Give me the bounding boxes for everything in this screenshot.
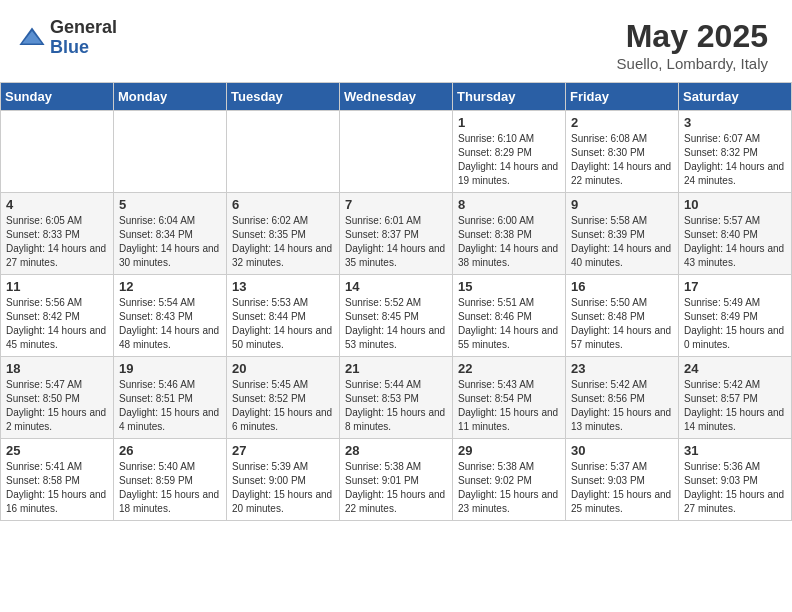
calendar-cell bbox=[340, 111, 453, 193]
day-number: 3 bbox=[684, 115, 786, 130]
calendar-cell: 19Sunrise: 5:46 AMSunset: 8:51 PMDayligh… bbox=[114, 357, 227, 439]
day-info: Sunrise: 5:42 AMSunset: 8:56 PMDaylight:… bbox=[571, 378, 673, 434]
calendar-cell bbox=[1, 111, 114, 193]
day-number: 14 bbox=[345, 279, 447, 294]
day-info: Sunrise: 5:50 AMSunset: 8:48 PMDaylight:… bbox=[571, 296, 673, 352]
day-number: 2 bbox=[571, 115, 673, 130]
calendar-cell: 2Sunrise: 6:08 AMSunset: 8:30 PMDaylight… bbox=[566, 111, 679, 193]
day-info: Sunrise: 6:10 AMSunset: 8:29 PMDaylight:… bbox=[458, 132, 560, 188]
day-number: 19 bbox=[119, 361, 221, 376]
day-info: Sunrise: 5:42 AMSunset: 8:57 PMDaylight:… bbox=[684, 378, 786, 434]
calendar-cell: 13Sunrise: 5:53 AMSunset: 8:44 PMDayligh… bbox=[227, 275, 340, 357]
day-number: 23 bbox=[571, 361, 673, 376]
day-number: 12 bbox=[119, 279, 221, 294]
day-info: Sunrise: 5:38 AMSunset: 9:02 PMDaylight:… bbox=[458, 460, 560, 516]
calendar-week-row: 4Sunrise: 6:05 AMSunset: 8:33 PMDaylight… bbox=[1, 193, 792, 275]
day-info: Sunrise: 5:37 AMSunset: 9:03 PMDaylight:… bbox=[571, 460, 673, 516]
calendar-cell: 12Sunrise: 5:54 AMSunset: 8:43 PMDayligh… bbox=[114, 275, 227, 357]
day-number: 15 bbox=[458, 279, 560, 294]
calendar-cell: 10Sunrise: 5:57 AMSunset: 8:40 PMDayligh… bbox=[679, 193, 792, 275]
calendar-cell: 26Sunrise: 5:40 AMSunset: 8:59 PMDayligh… bbox=[114, 439, 227, 521]
calendar-week-row: 25Sunrise: 5:41 AMSunset: 8:58 PMDayligh… bbox=[1, 439, 792, 521]
day-number: 5 bbox=[119, 197, 221, 212]
day-info: Sunrise: 5:52 AMSunset: 8:45 PMDaylight:… bbox=[345, 296, 447, 352]
calendar-cell: 14Sunrise: 5:52 AMSunset: 8:45 PMDayligh… bbox=[340, 275, 453, 357]
location-title: Suello, Lombardy, Italy bbox=[617, 55, 768, 72]
logo-blue-text: Blue bbox=[50, 38, 117, 58]
weekday-header: Sunday bbox=[1, 83, 114, 111]
calendar-cell: 28Sunrise: 5:38 AMSunset: 9:01 PMDayligh… bbox=[340, 439, 453, 521]
day-info: Sunrise: 6:04 AMSunset: 8:34 PMDaylight:… bbox=[119, 214, 221, 270]
calendar-cell bbox=[114, 111, 227, 193]
day-number: 17 bbox=[684, 279, 786, 294]
day-info: Sunrise: 6:05 AMSunset: 8:33 PMDaylight:… bbox=[6, 214, 108, 270]
title-block: May 2025 Suello, Lombardy, Italy bbox=[617, 18, 768, 72]
day-info: Sunrise: 6:01 AMSunset: 8:37 PMDaylight:… bbox=[345, 214, 447, 270]
day-info: Sunrise: 5:47 AMSunset: 8:50 PMDaylight:… bbox=[6, 378, 108, 434]
weekday-header: Tuesday bbox=[227, 83, 340, 111]
calendar-cell: 18Sunrise: 5:47 AMSunset: 8:50 PMDayligh… bbox=[1, 357, 114, 439]
day-info: Sunrise: 6:08 AMSunset: 8:30 PMDaylight:… bbox=[571, 132, 673, 188]
day-info: Sunrise: 5:51 AMSunset: 8:46 PMDaylight:… bbox=[458, 296, 560, 352]
calendar-cell: 17Sunrise: 5:49 AMSunset: 8:49 PMDayligh… bbox=[679, 275, 792, 357]
calendar-cell: 11Sunrise: 5:56 AMSunset: 8:42 PMDayligh… bbox=[1, 275, 114, 357]
calendar-week-row: 1Sunrise: 6:10 AMSunset: 8:29 PMDaylight… bbox=[1, 111, 792, 193]
day-info: Sunrise: 5:56 AMSunset: 8:42 PMDaylight:… bbox=[6, 296, 108, 352]
day-info: Sunrise: 5:53 AMSunset: 8:44 PMDaylight:… bbox=[232, 296, 334, 352]
day-info: Sunrise: 5:41 AMSunset: 8:58 PMDaylight:… bbox=[6, 460, 108, 516]
calendar-cell: 29Sunrise: 5:38 AMSunset: 9:02 PMDayligh… bbox=[453, 439, 566, 521]
weekday-header: Wednesday bbox=[340, 83, 453, 111]
day-number: 9 bbox=[571, 197, 673, 212]
calendar-week-row: 11Sunrise: 5:56 AMSunset: 8:42 PMDayligh… bbox=[1, 275, 792, 357]
logo-general-text: General bbox=[50, 18, 117, 38]
calendar-cell: 9Sunrise: 5:58 AMSunset: 8:39 PMDaylight… bbox=[566, 193, 679, 275]
calendar-table: SundayMondayTuesdayWednesdayThursdayFrid… bbox=[0, 82, 792, 521]
day-info: Sunrise: 5:43 AMSunset: 8:54 PMDaylight:… bbox=[458, 378, 560, 434]
calendar-cell: 4Sunrise: 6:05 AMSunset: 8:33 PMDaylight… bbox=[1, 193, 114, 275]
day-number: 10 bbox=[684, 197, 786, 212]
logo-text: General Blue bbox=[50, 18, 117, 58]
day-number: 31 bbox=[684, 443, 786, 458]
day-info: Sunrise: 5:45 AMSunset: 8:52 PMDaylight:… bbox=[232, 378, 334, 434]
calendar-cell: 20Sunrise: 5:45 AMSunset: 8:52 PMDayligh… bbox=[227, 357, 340, 439]
calendar-week-row: 18Sunrise: 5:47 AMSunset: 8:50 PMDayligh… bbox=[1, 357, 792, 439]
calendar-cell: 5Sunrise: 6:04 AMSunset: 8:34 PMDaylight… bbox=[114, 193, 227, 275]
day-info: Sunrise: 5:38 AMSunset: 9:01 PMDaylight:… bbox=[345, 460, 447, 516]
day-number: 29 bbox=[458, 443, 560, 458]
calendar-cell: 23Sunrise: 5:42 AMSunset: 8:56 PMDayligh… bbox=[566, 357, 679, 439]
day-number: 11 bbox=[6, 279, 108, 294]
calendar-header: SundayMondayTuesdayWednesdayThursdayFrid… bbox=[1, 83, 792, 111]
calendar-cell: 7Sunrise: 6:01 AMSunset: 8:37 PMDaylight… bbox=[340, 193, 453, 275]
calendar-cell: 27Sunrise: 5:39 AMSunset: 9:00 PMDayligh… bbox=[227, 439, 340, 521]
calendar-cell: 1Sunrise: 6:10 AMSunset: 8:29 PMDaylight… bbox=[453, 111, 566, 193]
day-info: Sunrise: 5:46 AMSunset: 8:51 PMDaylight:… bbox=[119, 378, 221, 434]
calendar-cell: 25Sunrise: 5:41 AMSunset: 8:58 PMDayligh… bbox=[1, 439, 114, 521]
day-info: Sunrise: 5:40 AMSunset: 8:59 PMDaylight:… bbox=[119, 460, 221, 516]
calendar-cell: 6Sunrise: 6:02 AMSunset: 8:35 PMDaylight… bbox=[227, 193, 340, 275]
day-info: Sunrise: 5:49 AMSunset: 8:49 PMDaylight:… bbox=[684, 296, 786, 352]
calendar-cell: 8Sunrise: 6:00 AMSunset: 8:38 PMDaylight… bbox=[453, 193, 566, 275]
day-number: 28 bbox=[345, 443, 447, 458]
day-info: Sunrise: 6:02 AMSunset: 8:35 PMDaylight:… bbox=[232, 214, 334, 270]
day-number: 18 bbox=[6, 361, 108, 376]
day-info: Sunrise: 5:39 AMSunset: 9:00 PMDaylight:… bbox=[232, 460, 334, 516]
page-header: General Blue May 2025 Suello, Lombardy, … bbox=[0, 0, 792, 82]
day-info: Sunrise: 6:00 AMSunset: 8:38 PMDaylight:… bbox=[458, 214, 560, 270]
calendar-cell: 16Sunrise: 5:50 AMSunset: 8:48 PMDayligh… bbox=[566, 275, 679, 357]
day-number: 1 bbox=[458, 115, 560, 130]
calendar-body: 1Sunrise: 6:10 AMSunset: 8:29 PMDaylight… bbox=[1, 111, 792, 521]
day-info: Sunrise: 5:54 AMSunset: 8:43 PMDaylight:… bbox=[119, 296, 221, 352]
logo: General Blue bbox=[18, 18, 117, 58]
month-title: May 2025 bbox=[617, 18, 768, 55]
day-number: 4 bbox=[6, 197, 108, 212]
calendar-cell: 21Sunrise: 5:44 AMSunset: 8:53 PMDayligh… bbox=[340, 357, 453, 439]
calendar-cell: 31Sunrise: 5:36 AMSunset: 9:03 PMDayligh… bbox=[679, 439, 792, 521]
weekday-header: Saturday bbox=[679, 83, 792, 111]
day-number: 8 bbox=[458, 197, 560, 212]
weekday-header: Thursday bbox=[453, 83, 566, 111]
weekday-header: Monday bbox=[114, 83, 227, 111]
weekday-header: Friday bbox=[566, 83, 679, 111]
day-number: 30 bbox=[571, 443, 673, 458]
day-info: Sunrise: 5:58 AMSunset: 8:39 PMDaylight:… bbox=[571, 214, 673, 270]
day-info: Sunrise: 5:36 AMSunset: 9:03 PMDaylight:… bbox=[684, 460, 786, 516]
